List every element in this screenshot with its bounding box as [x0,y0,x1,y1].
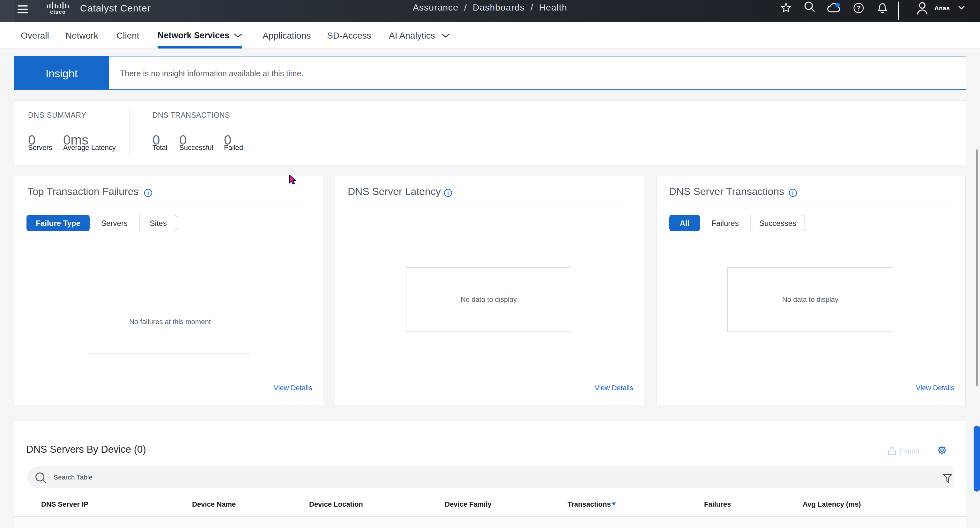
svg-text:?: ? [856,4,861,12]
